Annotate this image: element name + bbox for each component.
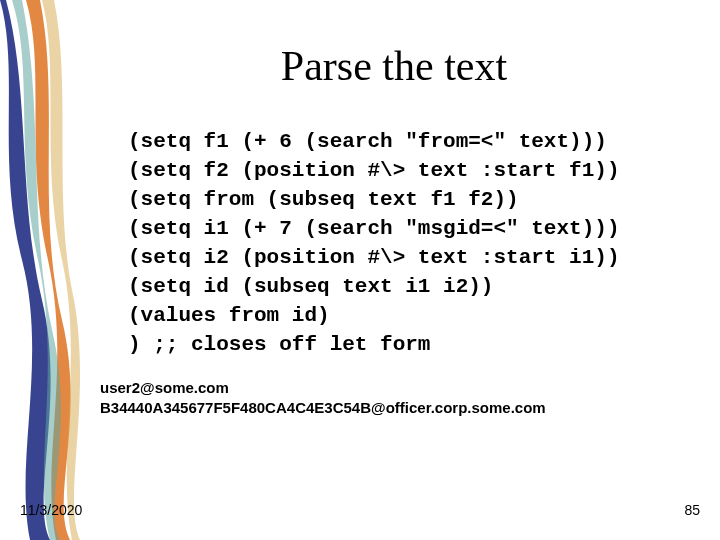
footer-page-number: 85 [684, 502, 700, 518]
code-line: (setq f1 (+ 6 (search "from=<" text))) [128, 130, 607, 153]
decorative-sidebar [0, 0, 88, 540]
code-line: (setq i2 (position #\> text :start i1)) [128, 246, 619, 269]
footer-date: 11/3/2020 [20, 502, 82, 518]
output-block: user2@some.com B34440A345677F5F480CA4C4E… [100, 378, 700, 417]
slide: Parse the text (setq f1 (+ 6 (search "fr… [0, 0, 720, 540]
code-line: ) ;; closes off let form [128, 333, 430, 356]
code-block: (setq f1 (+ 6 (search "from=<" text))) (… [128, 128, 700, 360]
code-line: (setq f2 (position #\> text :start f1)) [128, 159, 619, 182]
code-line: (setq from (subseq text f1 f2)) [128, 188, 519, 211]
code-line: (setq id (subseq text i1 i2)) [128, 275, 493, 298]
output-line: user2@some.com [100, 379, 229, 396]
sidebar-art [0, 0, 88, 540]
slide-title: Parse the text [88, 42, 700, 90]
output-line: B34440A345677F5F480CA4C4E3C54B@officer.c… [100, 399, 546, 416]
code-line: (values from id) [128, 304, 330, 327]
code-line: (setq i1 (+ 7 (search "msgid=<" text))) [128, 217, 619, 240]
